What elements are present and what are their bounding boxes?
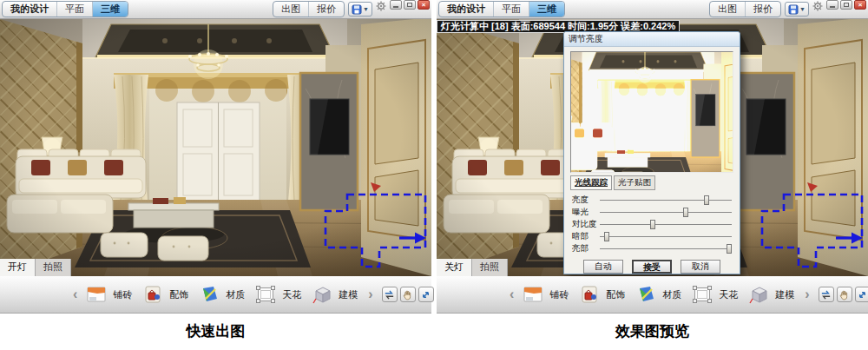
quote-button[interactable]: 报价 xyxy=(309,2,344,17)
slider-row: 曝光 xyxy=(572,206,732,218)
rotate-view-button[interactable] xyxy=(382,287,398,302)
tool-label: 材质 xyxy=(662,288,681,301)
close-button[interactable]: × xyxy=(854,0,866,10)
accept-button[interactable]: 接受 xyxy=(632,260,672,274)
tab-photon-map[interactable]: 光子贴图 xyxy=(614,175,655,190)
move-view-button[interactable] xyxy=(855,287,868,302)
contrast-slider[interactable] xyxy=(600,218,732,230)
render-button[interactable]: 出图 xyxy=(273,2,309,17)
slider-handle[interactable] xyxy=(650,220,655,229)
slider-label: 亮部 xyxy=(572,243,600,254)
main-tabs: 我的设计 平面 三维 xyxy=(438,1,565,17)
restore-button[interactable] xyxy=(404,0,416,10)
tile-icon xyxy=(523,285,543,304)
caret-down-icon: ▼ xyxy=(799,6,806,12)
tool-label: 天花 xyxy=(719,288,738,301)
tab-plan[interactable]: 平面 xyxy=(57,2,93,17)
tool-decor[interactable]: 配饰 xyxy=(142,285,188,304)
tool-label: 建模 xyxy=(775,288,794,301)
panel-render-preview: 我的设计 平面 三维 出图 报价 ▼ xyxy=(437,0,868,350)
rotate-view-button[interactable] xyxy=(819,287,834,302)
panel-caption: 效果图预览 xyxy=(437,314,868,349)
tab-3d[interactable]: 三维 xyxy=(93,2,128,17)
tool-ceiling[interactable]: 天花 xyxy=(692,285,738,304)
scroll-right-chevron-icon[interactable]: › xyxy=(805,287,809,301)
material-icon xyxy=(635,285,656,304)
lights-toggle-tab[interactable]: 关灯 xyxy=(437,259,472,276)
render-viewport[interactable]: 灯光计算中 [18] 表面:689544 时间:1.95分 误差:0.242% … xyxy=(437,19,868,276)
tool-modeling[interactable]: 建模 xyxy=(312,285,358,304)
caret-down-icon: ▼ xyxy=(363,6,369,12)
pan-hand-button[interactable] xyxy=(837,287,852,302)
settings-gear-icon[interactable] xyxy=(812,1,823,18)
shadows-slider[interactable] xyxy=(600,230,732,242)
view-mode-tabs: 开灯 拍照 xyxy=(0,259,71,276)
photo-tab[interactable]: 拍照 xyxy=(36,259,71,276)
slider-handle[interactable] xyxy=(683,208,688,217)
quote-button[interactable]: 报价 xyxy=(746,2,780,17)
gear-icon xyxy=(376,1,386,11)
floppy-icon xyxy=(788,4,799,15)
brightness-dialog: 调节亮度 光线跟踪 光子贴图 亮度 曝光 对比度 xyxy=(563,31,740,274)
restore-button[interactable] xyxy=(840,0,852,10)
tab-ray-trace[interactable]: 光线跟踪 xyxy=(570,175,612,190)
render-viewport[interactable]: 开灯 拍照 xyxy=(0,19,431,276)
tool-tiling[interactable]: 铺砖 xyxy=(86,285,132,304)
slider-row: 亮部 xyxy=(572,242,732,254)
tool-material[interactable]: 材质 xyxy=(199,285,245,304)
lights-toggle-tab[interactable]: 开灯 xyxy=(0,259,36,276)
brightness-slider[interactable] xyxy=(600,194,732,206)
tool-ceiling[interactable]: 天花 xyxy=(255,285,301,304)
slider-row: 暗部 xyxy=(572,230,732,242)
slider-handle[interactable] xyxy=(604,232,609,241)
panel-quick-render: 我的设计 平面 三维 出图 报价 ▼ xyxy=(0,0,431,350)
top-toolbar: 我的设计 平面 三维 出图 报价 ▼ xyxy=(437,0,868,19)
panel-caption: 快速出图 xyxy=(0,314,431,349)
scroll-left-chevron-icon[interactable]: ‹ xyxy=(510,287,514,301)
tab-my-design[interactable]: 我的设计 xyxy=(439,2,494,17)
decor-icon xyxy=(579,285,600,304)
tool-label: 天花 xyxy=(282,288,301,301)
render-button[interactable]: 出图 xyxy=(710,2,746,17)
slider-label: 对比度 xyxy=(572,219,600,230)
tool-material[interactable]: 材质 xyxy=(635,285,681,304)
scroll-right-chevron-icon[interactable]: › xyxy=(368,287,372,301)
material-icon xyxy=(199,285,220,304)
settings-gear-icon[interactable] xyxy=(376,1,386,18)
save-button[interactable]: ▼ xyxy=(785,2,809,17)
tool-label: 铺砖 xyxy=(113,288,132,301)
tool-label: 建模 xyxy=(339,288,358,301)
tile-icon xyxy=(86,285,107,304)
close-button[interactable]: × xyxy=(418,0,430,10)
highlights-slider[interactable] xyxy=(600,242,732,254)
tab-plan[interactable]: 平面 xyxy=(494,2,529,17)
save-button[interactable]: ▼ xyxy=(348,2,372,17)
room-render xyxy=(0,19,431,276)
render-preview-image xyxy=(570,51,733,173)
view-nav-buttons xyxy=(382,287,434,302)
ceiling-icon xyxy=(692,285,713,304)
move-view-button[interactable] xyxy=(418,287,434,302)
minimize-icon xyxy=(830,6,835,8)
minimize-button[interactable] xyxy=(826,0,838,10)
exposure-slider[interactable] xyxy=(600,206,732,218)
auto-button[interactable]: 自动 xyxy=(583,260,623,274)
tool-decor[interactable]: 配饰 xyxy=(579,285,625,304)
scroll-left-chevron-icon[interactable]: ‹ xyxy=(73,287,77,301)
pan-hand-button[interactable] xyxy=(400,287,416,302)
tool-tiling[interactable]: 铺砖 xyxy=(523,285,569,304)
slider-row: 亮度 xyxy=(572,194,732,206)
photo-tab[interactable]: 拍照 xyxy=(472,259,508,276)
restore-icon xyxy=(844,3,849,7)
swap-arrows-icon xyxy=(384,289,395,300)
slider-handle[interactable] xyxy=(727,244,732,254)
slider-handle[interactable] xyxy=(704,195,709,205)
tool-modeling[interactable]: 建模 xyxy=(748,285,794,304)
tab-3d[interactable]: 三维 xyxy=(529,2,564,17)
tab-my-design[interactable]: 我的设计 xyxy=(3,2,57,17)
minimize-button[interactable] xyxy=(390,0,402,10)
minimize-icon xyxy=(393,6,398,8)
cancel-button[interactable]: 取消 xyxy=(681,260,720,274)
swap-arrows-icon xyxy=(820,289,832,300)
diagonal-arrows-icon xyxy=(420,289,431,300)
